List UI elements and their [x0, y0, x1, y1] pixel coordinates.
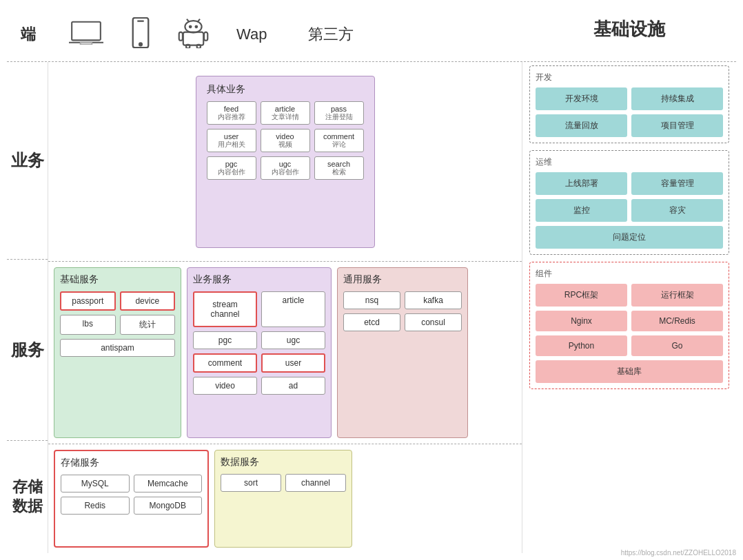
tongyong-fuwu-box: 通用服务 nsq kafka etcd consul [337, 267, 468, 438]
storage-title: 存储服务 [61, 457, 202, 469]
yewu-item-pgc: pgc [193, 331, 257, 349]
kaifa-title: 开发 [536, 72, 723, 83]
jichu-sheshi-title: 基础设施 [593, 19, 665, 39]
cunchu-section: 存储服务 MySQL Memcache Redis MongoDB 数据服务 s… [48, 444, 522, 553]
third-party-label: 第三方 [308, 24, 354, 45]
svg-point-7 [190, 26, 192, 28]
tongyong-item-consul: consul [405, 313, 462, 331]
jichu-item-lbs: lbs [60, 315, 116, 335]
zujian-title: 组件 [536, 268, 723, 280]
yewu-item-search: search 检索 [314, 156, 364, 180]
kaifa-item-replay: 流量回放 [536, 114, 627, 137]
phone-device [131, 17, 150, 51]
data-service-title: 数据服务 [221, 456, 346, 468]
svg-point-4 [139, 43, 142, 46]
jichu-item-antispam: antispam [60, 339, 175, 357]
data-service-box: 数据服务 sort channel [214, 450, 352, 548]
svg-rect-14 [186, 45, 190, 48]
kaifa-item-dev-env: 开发环境 [536, 87, 627, 110]
tongyong-fuwu-title: 通用服务 [343, 273, 462, 286]
jichu-fuwu-title: 基础服务 [60, 273, 175, 286]
yewu-label: 业务 [7, 62, 48, 260]
data-service-grid: sort channel [221, 474, 346, 492]
storage-item-redis: Redis [61, 497, 130, 515]
svg-point-8 [196, 26, 198, 28]
kaifa-group: 开发 开发环境 持续集成 流量回放 项目管理 [529, 65, 729, 143]
storage-item-memcache: Memcache [134, 475, 203, 492]
zujian-item-runtime: 运行框架 [631, 284, 723, 307]
yewu-item-feed: feed 内容推荐 [207, 101, 256, 125]
yunwei-group: 运维 上线部署 容量管理 监控 容灾 问题定位 [529, 150, 729, 255]
yunwei-item-disaster: 容灾 [631, 199, 723, 222]
yunwei-item-problem: 问题定位 [536, 226, 723, 249]
svg-rect-2 [81, 43, 92, 45]
tongyong-service-grid: nsq kafka etcd consul [343, 291, 462, 331]
storage-item-mongodb: MongoDB [134, 497, 203, 515]
yewu-item-video: video [193, 377, 257, 395]
yewu-item-article: article [261, 291, 325, 327]
zujian-item-python: Python [536, 335, 627, 356]
juti-yewu-title: 具体业务 [207, 83, 364, 96]
zujian-item-nginx: Nginx [536, 311, 627, 331]
yewu-item-comment: comment 评论 [314, 129, 364, 152]
yunwei-item-monitor: 监控 [536, 199, 627, 222]
yewu-item-pass: pass 注册登陆 [314, 101, 364, 125]
jichu-service-grid: passport device lbs 统计 antispam [60, 291, 175, 357]
data-item-channel: channel [285, 474, 346, 492]
svg-line-9 [187, 19, 189, 22]
duan-label: 端 [21, 24, 48, 45]
storage-item-mysql: MySQL [61, 475, 130, 492]
yewu-service-grid: stream channel article pgc ugc comment u… [193, 291, 325, 395]
content-area: 业务 服务 存储 数据 具体业务 feed 内容推荐 [7, 62, 736, 553]
zujian-grid: RPC框架 运行框架 Nginx MC/Redis Python Go 基础库 [536, 284, 723, 383]
kaifa-item-ci: 持续集成 [631, 87, 723, 110]
yewu-item-ugc: ugc 内容创作 [261, 156, 310, 180]
header-section: 端 [7, 7, 736, 62]
zujian-item-baselib: 基础库 [536, 360, 723, 383]
jichu-item-device: device [120, 291, 176, 311]
main-container: 端 [0, 0, 743, 560]
tongyong-item-kafka: kafka [405, 291, 462, 309]
yewu-item-stream-channel: stream channel [193, 291, 257, 327]
right-section: 开发 开发环境 持续集成 流量回放 项目管理 运维 上线部署 容量管理 监控 容… [522, 62, 736, 553]
jichu-item-passport: passport [60, 291, 116, 311]
svg-rect-15 [197, 45, 201, 48]
phone-icon [131, 17, 150, 48]
yewu-item-article: article 文章详情 [261, 101, 310, 125]
svg-line-10 [198, 19, 200, 22]
kaifa-item-proj-mgmt: 项目管理 [631, 114, 723, 137]
zujian-item-mcredis: MC/Redis [631, 311, 723, 331]
data-item-sort: sort [221, 474, 281, 492]
watermark: https://blog.csdn.net/ZZOHELLO2018 [621, 549, 736, 557]
juti-yewu-grid: feed 内容推荐 article 文章详情 pass 注册登陆 user [207, 101, 364, 180]
fuwu-label: 服务 [7, 260, 48, 440]
yunwei-item-deploy: 上线部署 [536, 172, 627, 195]
laptop-device [69, 21, 103, 48]
yunwei-grid: 上线部署 容量管理 监控 容灾 问题定位 [536, 172, 723, 249]
storage-box: 存储服务 MySQL Memcache Redis MongoDB [54, 450, 209, 548]
svg-rect-13 [204, 32, 207, 41]
yewu-item-ad: ad [261, 377, 325, 395]
yewu-item-ugc: ugc [261, 331, 325, 349]
yewu-item-user: user [261, 353, 325, 373]
wap-label: Wap [236, 25, 267, 43]
android-device [178, 17, 209, 51]
tongyong-item-nsq: nsq [343, 291, 400, 309]
cunchu-label: 存储 数据 [7, 441, 48, 553]
svg-rect-11 [183, 32, 203, 45]
svg-rect-12 [179, 32, 183, 41]
yunwei-item-capacity: 容量管理 [631, 172, 723, 195]
fuwu-section: 基础服务 passport device lbs 统计 antispam 业务服… [48, 262, 522, 444]
yewu-item-video: video 视频 [261, 129, 310, 152]
zujian-item-rpc: RPC框架 [536, 284, 627, 307]
yewu-item-pgc: pgc 内容创作 [207, 156, 256, 180]
svg-point-6 [185, 21, 201, 32]
android-icon [178, 17, 209, 48]
yewu-item-comment: comment [193, 353, 257, 373]
yunwei-title: 运维 [536, 156, 723, 168]
storage-grid: MySQL Memcache Redis MongoDB [61, 475, 202, 515]
yewu-fuwu-box: 业务服务 stream channel article pgc ugc comm… [187, 267, 332, 438]
zujian-item-go: Go [631, 335, 723, 356]
yewu-fuwu-title: 业务服务 [193, 273, 325, 286]
jichu-fuwu-box: 基础服务 passport device lbs 统计 antispam [54, 267, 181, 438]
